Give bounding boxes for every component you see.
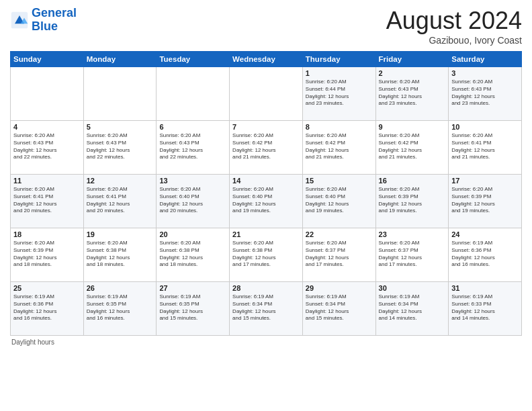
- day-cell-1: 1Sunrise: 6:20 AM Sunset: 6:44 PM Daylig…: [302, 67, 375, 121]
- day-cell-13: 13Sunrise: 6:20 AM Sunset: 6:40 PM Dayli…: [157, 175, 230, 228]
- header-row: SundayMondayTuesdayWednesdayThursdayFrid…: [11, 52, 522, 67]
- day-info: Sunrise: 6:20 AM Sunset: 6:42 PM Dayligh…: [232, 132, 300, 161]
- day-number: 5: [87, 123, 154, 131]
- day-number: 17: [451, 177, 519, 185]
- logo: General Blue: [10, 7, 77, 34]
- week-row-1: 1Sunrise: 6:20 AM Sunset: 6:44 PM Daylig…: [11, 67, 522, 121]
- col-header-monday: Monday: [83, 52, 157, 67]
- day-number: 4: [13, 123, 81, 131]
- day-cell-22: 22Sunrise: 6:20 AM Sunset: 6:37 PM Dayli…: [302, 228, 375, 282]
- day-cell-empty: [83, 67, 157, 121]
- day-info: Sunrise: 6:20 AM Sunset: 6:39 PM Dayligh…: [379, 186, 446, 215]
- day-info: Sunrise: 6:20 AM Sunset: 6:37 PM Dayligh…: [379, 240, 446, 269]
- day-cell-28: 28Sunrise: 6:19 AM Sunset: 6:34 PM Dayli…: [230, 282, 303, 336]
- day-cell-5: 5Sunrise: 6:20 AM Sunset: 6:43 PM Daylig…: [83, 121, 157, 175]
- day-info: Sunrise: 6:20 AM Sunset: 6:38 PM Dayligh…: [87, 240, 154, 269]
- day-cell-25: 25Sunrise: 6:19 AM Sunset: 6:36 PM Dayli…: [11, 282, 84, 336]
- day-info: Sunrise: 6:20 AM Sunset: 6:43 PM Dayligh…: [159, 132, 226, 161]
- day-info: Sunrise: 6:20 AM Sunset: 6:41 PM Dayligh…: [87, 186, 154, 215]
- day-number: 20: [159, 230, 226, 238]
- day-number: 10: [451, 123, 519, 131]
- col-header-sunday: Sunday: [11, 52, 84, 67]
- day-info: Sunrise: 6:19 AM Sunset: 6:34 PM Dayligh…: [379, 293, 446, 322]
- day-info: Sunrise: 6:20 AM Sunset: 6:40 PM Dayligh…: [159, 186, 226, 215]
- day-number: 31: [451, 284, 519, 292]
- location: Gazibouo, Ivory Coast: [386, 35, 522, 46]
- day-number: 21: [232, 230, 300, 238]
- day-info: Sunrise: 6:19 AM Sunset: 6:36 PM Dayligh…: [451, 240, 519, 269]
- week-row-5: 25Sunrise: 6:19 AM Sunset: 6:36 PM Dayli…: [11, 282, 522, 336]
- day-number: 26: [87, 284, 154, 292]
- day-info: Sunrise: 6:20 AM Sunset: 6:42 PM Dayligh…: [306, 132, 373, 161]
- day-number: 30: [379, 284, 446, 292]
- day-cell-31: 31Sunrise: 6:19 AM Sunset: 6:33 PM Dayli…: [449, 282, 522, 336]
- day-number: 15: [306, 177, 373, 185]
- day-info: Sunrise: 6:19 AM Sunset: 6:36 PM Dayligh…: [13, 293, 81, 322]
- day-info: Sunrise: 6:20 AM Sunset: 6:40 PM Dayligh…: [306, 186, 373, 215]
- day-info: Sunrise: 6:20 AM Sunset: 6:44 PM Dayligh…: [306, 79, 373, 107]
- day-cell-29: 29Sunrise: 6:19 AM Sunset: 6:34 PM Dayli…: [302, 282, 375, 336]
- day-info: Sunrise: 6:20 AM Sunset: 6:37 PM Dayligh…: [306, 240, 373, 269]
- day-number: 24: [451, 230, 519, 238]
- day-info: Sunrise: 6:20 AM Sunset: 6:43 PM Dayligh…: [379, 79, 446, 107]
- day-number: 9: [379, 123, 446, 131]
- day-info: Sunrise: 6:19 AM Sunset: 6:34 PM Dayligh…: [306, 293, 373, 322]
- day-cell-20: 20Sunrise: 6:20 AM Sunset: 6:38 PM Dayli…: [157, 228, 230, 282]
- day-cell-30: 30Sunrise: 6:19 AM Sunset: 6:34 PM Dayli…: [375, 282, 449, 336]
- day-info: Sunrise: 6:19 AM Sunset: 6:35 PM Dayligh…: [159, 293, 226, 322]
- day-number: 19: [87, 230, 154, 238]
- day-cell-7: 7Sunrise: 6:20 AM Sunset: 6:42 PM Daylig…: [230, 121, 303, 175]
- footer: Daylight hours: [10, 338, 522, 346]
- footer-text: Daylight hours: [11, 338, 54, 346]
- col-header-tuesday: Tuesday: [157, 52, 230, 67]
- day-cell-empty: [157, 67, 230, 121]
- day-cell-6: 6Sunrise: 6:20 AM Sunset: 6:43 PM Daylig…: [157, 121, 230, 175]
- day-info: Sunrise: 6:20 AM Sunset: 6:41 PM Dayligh…: [451, 132, 519, 161]
- day-cell-15: 15Sunrise: 6:20 AM Sunset: 6:40 PM Dayli…: [302, 175, 375, 228]
- day-cell-11: 11Sunrise: 6:20 AM Sunset: 6:41 PM Dayli…: [11, 175, 84, 228]
- day-cell-24: 24Sunrise: 6:19 AM Sunset: 6:36 PM Dayli…: [449, 228, 522, 282]
- day-number: 14: [232, 177, 300, 185]
- day-info: Sunrise: 6:20 AM Sunset: 6:43 PM Dayligh…: [451, 79, 519, 107]
- page: General Blue August 2024 Gazibouo, Ivory…: [0, 0, 532, 411]
- day-cell-8: 8Sunrise: 6:20 AM Sunset: 6:42 PM Daylig…: [302, 121, 375, 175]
- logo-icon: [10, 11, 29, 30]
- day-cell-17: 17Sunrise: 6:20 AM Sunset: 6:39 PM Dayli…: [449, 175, 522, 228]
- day-info: Sunrise: 6:19 AM Sunset: 6:35 PM Dayligh…: [87, 293, 154, 322]
- day-info: Sunrise: 6:20 AM Sunset: 6:39 PM Dayligh…: [13, 240, 81, 269]
- day-info: Sunrise: 6:20 AM Sunset: 6:41 PM Dayligh…: [13, 186, 81, 215]
- day-cell-16: 16Sunrise: 6:20 AM Sunset: 6:39 PM Dayli…: [375, 175, 449, 228]
- day-number: 2: [379, 69, 446, 77]
- day-cell-21: 21Sunrise: 6:20 AM Sunset: 6:38 PM Dayli…: [230, 228, 303, 282]
- day-number: 8: [306, 123, 373, 131]
- day-number: 3: [451, 69, 519, 77]
- day-number: 7: [232, 123, 300, 131]
- day-number: 28: [232, 284, 300, 292]
- day-info: Sunrise: 6:20 AM Sunset: 6:42 PM Dayligh…: [379, 132, 446, 161]
- day-cell-26: 26Sunrise: 6:19 AM Sunset: 6:35 PM Dayli…: [83, 282, 157, 336]
- day-info: Sunrise: 6:20 AM Sunset: 6:38 PM Dayligh…: [232, 240, 300, 269]
- day-number: 22: [306, 230, 373, 238]
- month-year: August 2024: [386, 7, 522, 35]
- logo-line1: General: [32, 6, 77, 19]
- day-info: Sunrise: 6:19 AM Sunset: 6:34 PM Dayligh…: [232, 293, 300, 322]
- day-number: 13: [159, 177, 226, 185]
- day-cell-14: 14Sunrise: 6:20 AM Sunset: 6:40 PM Dayli…: [230, 175, 303, 228]
- day-cell-3: 3Sunrise: 6:20 AM Sunset: 6:43 PM Daylig…: [449, 67, 522, 121]
- day-cell-18: 18Sunrise: 6:20 AM Sunset: 6:39 PM Dayli…: [11, 228, 84, 282]
- header: General Blue August 2024 Gazibouo, Ivory…: [10, 7, 522, 46]
- day-cell-empty: [230, 67, 303, 121]
- logo-text: General Blue: [32, 7, 77, 34]
- day-cell-12: 12Sunrise: 6:20 AM Sunset: 6:41 PM Dayli…: [83, 175, 157, 228]
- day-cell-19: 19Sunrise: 6:20 AM Sunset: 6:38 PM Dayli…: [83, 228, 157, 282]
- day-number: 27: [159, 284, 226, 292]
- calendar-table: SundayMondayTuesdayWednesdayThursdayFrid…: [10, 51, 522, 336]
- col-header-wednesday: Wednesday: [230, 52, 303, 67]
- title-block: August 2024 Gazibouo, Ivory Coast: [386, 7, 522, 46]
- col-header-friday: Friday: [375, 52, 449, 67]
- logo-line2: Blue: [32, 19, 58, 33]
- week-row-3: 11Sunrise: 6:20 AM Sunset: 6:41 PM Dayli…: [11, 175, 522, 228]
- day-number: 16: [379, 177, 446, 185]
- day-cell-23: 23Sunrise: 6:20 AM Sunset: 6:37 PM Dayli…: [375, 228, 449, 282]
- day-cell-10: 10Sunrise: 6:20 AM Sunset: 6:41 PM Dayli…: [449, 121, 522, 175]
